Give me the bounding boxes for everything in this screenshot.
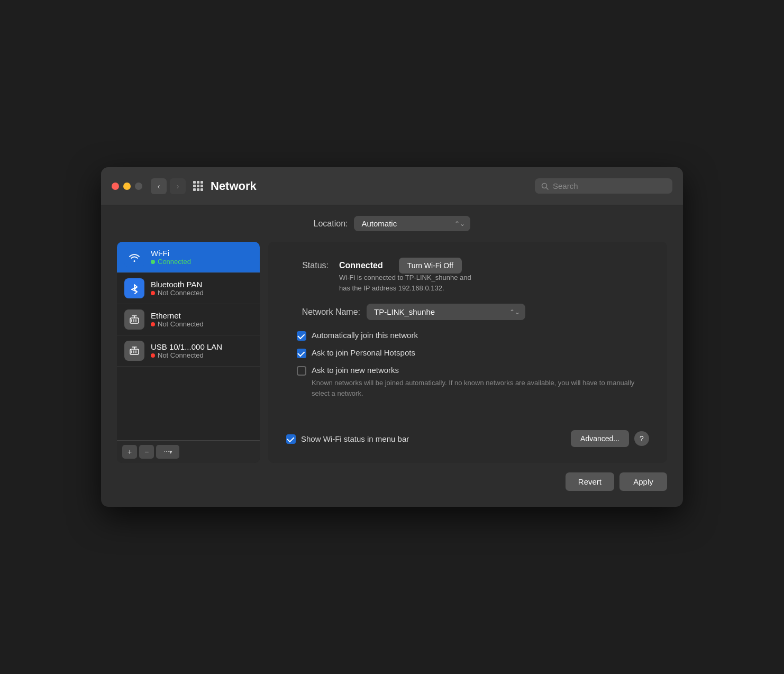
search-icon [541,183,549,190]
add-network-button[interactable]: + [122,445,137,459]
grid-icon [193,181,203,191]
traffic-lights [112,183,142,190]
wifi-status-dot [151,260,155,264]
show-menubar-row[interactable]: Show Wi-Fi status in menu bar [286,434,409,444]
status-row: Status: Connected Turn Wi-Fi Off [286,258,649,274]
network-name-select[interactable]: TP-LINK_shunhe [367,304,525,320]
sidebar-item-bluetooth-name: Bluetooth PAN [151,280,204,289]
wifi-icon [124,247,144,267]
sidebar-item-bluetooth[interactable]: Bluetooth PAN Not Connected [117,273,260,304]
hotspot-label: Ask to join Personal Hotspots [312,348,415,357]
sidebar-item-usb-text: USB 10/1...000 LAN Not Connected [151,342,222,359]
usb-status-dot [151,353,155,358]
back-button[interactable]: ‹ [151,178,167,194]
new-networks-checkbox-row[interactable]: Ask to join new networks [297,366,649,376]
status-value: Connected [339,261,383,270]
titlebar: ‹ › Network [101,167,683,205]
usb-icon [124,341,144,361]
bluetooth-status-text: Not Connected [158,289,204,297]
show-menubar-checkbox[interactable] [286,434,296,444]
turn-wifi-off-button[interactable]: Turn Wi-Fi Off [399,258,462,274]
advanced-button[interactable]: Advanced... [571,430,629,447]
footer-buttons: Revert Apply [117,472,667,491]
revert-button[interactable]: Revert [566,472,614,491]
auto-join-label: Automatically join this network [312,331,418,340]
bluetooth-icon [124,278,144,298]
auto-join-checkbox-row[interactable]: Automatically join this network [297,331,649,341]
close-button[interactable] [112,183,119,190]
main-area: Wi-Fi Connected [117,242,667,463]
status-label: Status: [286,261,329,270]
window-title: Network [211,179,257,193]
sidebar-item-wifi-status: Connected [151,258,191,266]
new-networks-checkbox[interactable] [297,366,306,376]
details-panel: Status: Connected Turn Wi-Fi Off Wi-Fi i… [268,242,667,463]
forward-button[interactable]: › [170,178,186,194]
sidebar-item-ethernet-status: Not Connected [151,320,204,328]
apply-button[interactable]: Apply [619,472,667,491]
location-select[interactable]: Automatic [354,216,470,231]
location-row: Location: Automatic ⌃⌄ [117,216,667,231]
show-menubar-label: Show Wi-Fi status in menu bar [301,434,409,443]
auto-join-checkbox[interactable] [297,331,306,341]
status-description: Wi-Fi is connected to TP-LINK_shunhe and… [339,272,649,293]
more-options-button[interactable]: ⋯▾ [156,445,179,459]
sidebar-item-usb-name: USB 10/1...000 LAN [151,342,222,351]
auto-join-row: Automatically join this network [297,331,649,341]
nav-buttons: ‹ › [151,178,186,194]
sidebar-item-ethernet[interactable]: Ethernet Not Connected [117,304,260,335]
back-icon: ‹ [158,182,160,190]
usb-status-text: Not Connected [158,351,204,359]
sidebar-item-wifi[interactable]: Wi-Fi Connected [117,242,260,273]
search-box[interactable] [535,178,672,194]
ethernet-icon [124,309,144,330]
ethernet-status-text: Not Connected [158,320,204,328]
grid-button[interactable] [191,179,205,193]
location-select-wrapper: Automatic ⌃⌄ [354,216,470,231]
bottom-section: Show Wi-Fi status in menu bar Advanced..… [286,420,649,447]
search-input[interactable] [553,181,666,190]
content-area: Location: Automatic ⌃⌄ [101,205,683,507]
sidebar-item-wifi-text: Wi-Fi Connected [151,249,191,266]
sidebar-footer: + − ⋯▾ [117,440,260,463]
new-networks-hint: Known networks will be joined automatica… [312,378,649,398]
hotspot-checkbox[interactable] [297,349,306,358]
hotspot-checkbox-row[interactable]: Ask to join Personal Hotspots [297,348,649,358]
wifi-status-text: Connected [158,258,191,266]
network-name-row: Network Name: TP-LINK_shunhe ⌃⌄ [286,304,649,320]
sidebar-item-usb-status: Not Connected [151,351,222,359]
svg-line-1 [546,187,549,189]
new-networks-label: Ask to join new networks [312,366,399,375]
bottom-right-buttons: Advanced... ? [571,430,649,447]
ethernet-status-dot [151,322,155,326]
sidebar-item-wifi-name: Wi-Fi [151,249,191,258]
network-name-select-wrapper: TP-LINK_shunhe ⌃⌄ [367,304,525,320]
forward-icon: › [177,182,179,190]
maximize-button[interactable] [135,183,142,190]
remove-network-button[interactable]: − [139,445,154,459]
sidebar: Wi-Fi Connected [117,242,260,463]
sidebar-item-bluetooth-text: Bluetooth PAN Not Connected [151,280,204,297]
network-preferences-window: ‹ › Network Location: [101,167,683,507]
bluetooth-status-dot [151,291,155,295]
network-name-label: Network Name: [286,307,360,317]
sidebar-item-bluetooth-status: Not Connected [151,289,204,297]
help-button[interactable]: ? [634,431,649,446]
sidebar-item-usb[interactable]: USB 10/1...000 LAN Not Connected [117,335,260,367]
new-networks-row: Ask to join new networks Known networks … [297,366,649,398]
sidebar-item-ethernet-text: Ethernet Not Connected [151,311,204,328]
minimize-button[interactable] [123,183,131,190]
sidebar-list: Wi-Fi Connected [117,242,260,440]
checkboxes-section: Automatically join this network Ask to j… [297,331,649,398]
location-label: Location: [314,219,348,229]
sidebar-item-ethernet-name: Ethernet [151,311,204,320]
hotspot-row: Ask to join Personal Hotspots [297,348,649,358]
